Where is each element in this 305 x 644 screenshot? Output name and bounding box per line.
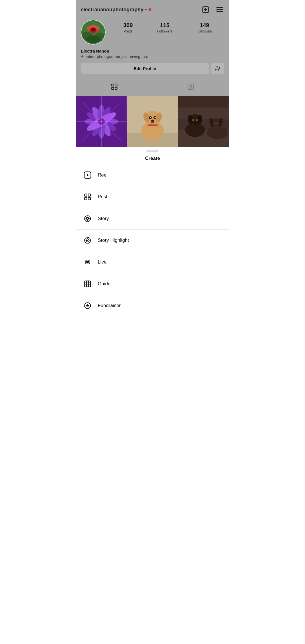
svg-point-64 — [194, 122, 197, 124]
avatar[interactable] — [81, 20, 106, 45]
create-live-item[interactable]: Live — [76, 251, 229, 273]
posts-stat[interactable]: 309 Posts — [123, 22, 133, 33]
tab-grid[interactable] — [76, 79, 152, 96]
svg-rect-23 — [115, 84, 117, 86]
svg-rect-51 — [147, 124, 158, 126]
post-label: Post — [98, 194, 107, 200]
svg-point-77 — [85, 216, 91, 221]
story-icon — [82, 214, 93, 224]
svg-rect-86 — [85, 281, 91, 287]
svg-point-50 — [151, 119, 154, 122]
svg-rect-73 — [85, 194, 87, 196]
grid-icon — [111, 83, 118, 92]
add-post-button[interactable] — [201, 5, 210, 14]
svg-rect-52 — [146, 136, 150, 143]
top-navigation: electrananouphotography ▾ — [76, 0, 229, 17]
live-dot — [149, 8, 151, 11]
add-square-icon — [202, 6, 210, 14]
nav-icons — [201, 5, 224, 14]
svg-rect-53 — [155, 136, 159, 143]
add-person-icon — [215, 65, 221, 71]
svg-point-9 — [86, 35, 100, 43]
live-svg — [84, 258, 91, 266]
photo-dog — [127, 96, 178, 147]
story-highlight-svg — [84, 236, 91, 244]
sheet-handle — [76, 147, 229, 152]
photo-cell-1[interactable] — [76, 96, 127, 147]
hamburger-menu-icon — [216, 6, 224, 14]
profile-background: electrananouphotography ▾ — [76, 0, 229, 147]
display-name: Electra Nanou — [81, 49, 224, 53]
reel-svg — [84, 171, 91, 179]
sheet-title: Create — [76, 152, 229, 164]
photo-cell-3[interactable] — [178, 96, 229, 147]
add-person-button[interactable] — [211, 63, 224, 74]
story-highlight-icon — [82, 235, 93, 245]
svg-rect-75 — [85, 197, 87, 200]
photo-cell-2[interactable] — [127, 96, 178, 147]
username-text: electrananouphotography — [81, 7, 143, 13]
svg-point-18 — [92, 29, 94, 31]
svg-point-70 — [217, 122, 219, 125]
create-story-item[interactable]: Story — [76, 208, 229, 230]
avatar-image — [81, 20, 105, 44]
avatar-rose-svg — [81, 20, 105, 45]
svg-rect-22 — [112, 84, 114, 86]
svg-rect-25 — [115, 87, 117, 90]
followers-label: Followers — [157, 29, 173, 33]
tab-bar — [76, 79, 229, 96]
create-story-highlight-item[interactable]: Story Highlight — [76, 230, 229, 251]
svg-point-48 — [150, 117, 151, 118]
action-buttons: Edit Profile — [76, 63, 229, 79]
svg-point-27 — [190, 85, 192, 87]
svg-rect-55 — [178, 96, 229, 108]
live-icon — [82, 257, 93, 267]
bio-area: Electra Nanou Amateur photographer just … — [76, 49, 229, 63]
svg-rect-76 — [88, 197, 90, 200]
svg-point-62 — [192, 119, 194, 121]
tagged-icon — [187, 83, 194, 92]
following-stat[interactable]: 149 Following — [197, 22, 212, 33]
svg-point-85 — [87, 261, 88, 263]
create-guide-item[interactable]: Guide — [76, 273, 229, 295]
following-label: Following — [197, 29, 212, 33]
tab-tagged[interactable] — [152, 79, 229, 96]
grid-svg — [111, 83, 118, 90]
create-fundraiser-item[interactable]: Fundraiser — [76, 295, 229, 316]
fundraiser-svg — [84, 302, 91, 310]
followers-stat[interactable]: 115 Followers — [157, 22, 173, 33]
post-icon — [82, 192, 93, 202]
story-svg — [84, 215, 91, 223]
svg-point-49 — [154, 117, 156, 118]
create-post-item[interactable]: Post — [76, 186, 229, 208]
story-highlight-label: Story Highlight — [98, 238, 129, 243]
bottom-sheet-overlay: Create Reel Post — [76, 147, 229, 325]
create-reel-item[interactable]: Reel — [76, 164, 229, 186]
photo-dog-2 — [178, 96, 229, 147]
following-count: 149 — [200, 22, 209, 29]
followers-count: 115 — [160, 22, 169, 29]
photo-grid — [76, 96, 229, 147]
svg-rect-24 — [112, 87, 114, 90]
menu-button[interactable] — [215, 5, 224, 14]
create-bottom-sheet: Create Reel Post — [76, 147, 229, 325]
username-area[interactable]: electrananouphotography ▾ — [81, 7, 151, 13]
svg-marker-72 — [87, 174, 89, 176]
bio-text: Amateur photographer just having fun. — [81, 54, 224, 59]
fundraiser-icon — [82, 301, 93, 311]
handle-bar — [146, 150, 159, 152]
svg-rect-74 — [88, 194, 90, 196]
stats-area: 309 Posts 115 Followers 149 Following — [111, 20, 224, 33]
svg-point-19 — [216, 66, 218, 68]
guide-svg — [84, 280, 91, 288]
svg-point-63 — [196, 119, 198, 121]
edit-profile-button[interactable]: Edit Profile — [81, 63, 209, 74]
svg-point-69 — [213, 122, 215, 125]
reel-icon — [82, 170, 93, 180]
reel-label: Reel — [98, 172, 108, 178]
photo-purple-flower — [76, 96, 127, 147]
svg-rect-56 — [178, 108, 229, 119]
tagged-svg — [187, 83, 194, 90]
post-svg — [84, 193, 91, 201]
live-label: Live — [98, 259, 106, 265]
